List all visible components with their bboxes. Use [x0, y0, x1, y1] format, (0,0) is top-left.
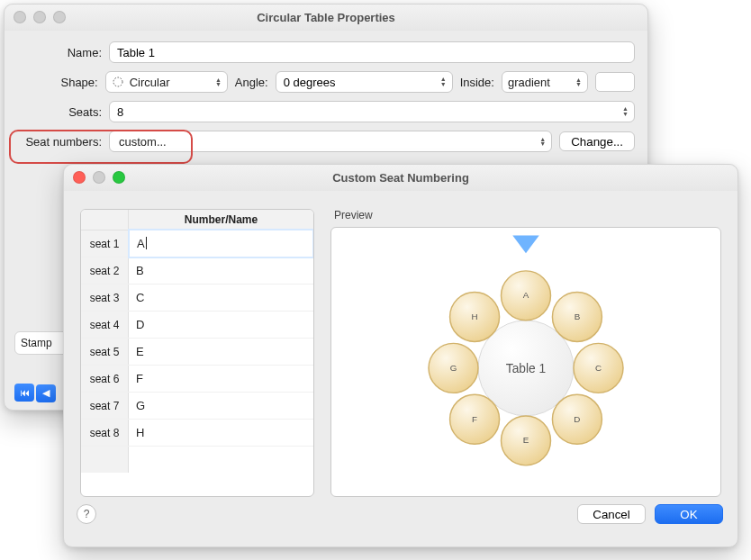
inside-label: Inside:: [460, 76, 494, 89]
seats-stepper[interactable]: ▲▼: [622, 106, 629, 117]
row-value-cell[interactable]: C: [129, 285, 313, 311]
seat-label: E: [523, 435, 529, 445]
angle-stepper[interactable]: ▲▼: [440, 77, 447, 87]
row-value-cell[interactable]: E: [129, 339, 313, 365]
table-preview: Table 1ABCDEFGH: [331, 228, 720, 496]
window-title: Circular Table Properties: [257, 11, 395, 24]
table-row[interactable]: seat 2B: [81, 257, 313, 285]
inside-select[interactable]: gradient ▲▼: [502, 71, 588, 93]
help-button[interactable]: ?: [77, 504, 96, 524]
name-input[interactable]: [115, 41, 629, 63]
row-label: seat 3: [81, 285, 129, 311]
nav-prev-icon[interactable]: ◀: [36, 384, 56, 402]
properties-form: Name: Shape: Circular ▲▼ Angle: ▲▼ Insid…: [5, 31, 647, 171]
inside-value: gradient: [508, 76, 550, 89]
table-row[interactable]: seat 7G: [81, 393, 313, 420]
row-label: seat 8: [81, 420, 129, 446]
preview-label: Preview: [334, 209, 721, 221]
dialog-titlebar[interactable]: Custom Seat Numbering: [64, 165, 737, 191]
row-value-cell[interactable]: A: [129, 230, 313, 257]
chevron-up-down-icon: ▲▼: [539, 137, 546, 146]
seat-label: B: [575, 312, 581, 321]
row-label: seat 6: [81, 366, 129, 392]
custom-seat-numbering-dialog: Custom Seat Numbering Number/Name seat 1…: [63, 164, 738, 547]
seat-label: H: [472, 312, 478, 321]
table-row[interactable]: seat 1A: [81, 230, 313, 257]
seats-field[interactable]: ▲▼: [109, 101, 635, 122]
ok-button[interactable]: OK: [655, 504, 723, 524]
row-value-cell[interactable]: H: [129, 420, 313, 446]
chevron-up-down-icon: ▲▼: [215, 77, 222, 86]
table-header: Number/Name: [81, 210, 313, 230]
table-row[interactable]: seat 8H: [81, 420, 313, 447]
angle-input[interactable]: [282, 71, 437, 93]
close-icon[interactable]: [73, 171, 86, 184]
row-label: seat 5: [81, 339, 129, 365]
preview-panel: Table 1ABCDEFGH: [330, 227, 721, 497]
row-value-cell[interactable]: B: [129, 257, 313, 284]
titlebar[interactable]: Circular Table Properties: [5, 5, 647, 31]
seats-label: Seats:: [17, 105, 102, 119]
seat-label: F: [472, 414, 477, 424]
row-value-cell[interactable]: D: [129, 312, 313, 338]
circle-icon: [112, 76, 124, 88]
row-value-cell[interactable]: F: [129, 366, 313, 392]
traffic-lights: [73, 171, 125, 184]
row-label: seat 2: [81, 257, 129, 284]
table-center-label: Table 1: [506, 362, 546, 375]
direction-arrow-icon: [512, 236, 538, 254]
table-row[interactable]: seat 3C: [81, 285, 313, 312]
seat-label: A: [523, 290, 529, 300]
row-value-cell[interactable]: G: [129, 393, 313, 419]
row-label: seat 1: [81, 230, 129, 257]
minimize-icon[interactable]: [93, 171, 105, 184]
cancel-button[interactable]: Cancel: [577, 504, 646, 524]
angle-field[interactable]: ▲▼: [276, 71, 453, 93]
stamp-button-fragment[interactable]: Stamp: [14, 331, 65, 355]
nav-first-icon[interactable]: ⏮: [14, 384, 34, 402]
table-row: [81, 447, 313, 473]
name-label: Name:: [17, 46, 102, 59]
chevron-up-down-icon: ▲▼: [575, 77, 582, 86]
seats-input[interactable]: [115, 101, 619, 122]
inside-swatch[interactable]: [595, 72, 635, 92]
seat-numbers-select[interactable]: custom... ▲▼: [109, 131, 552, 152]
shape-select[interactable]: Circular ▲▼: [105, 71, 228, 93]
seat-numbers-label: Seat numbers:: [17, 135, 102, 149]
seat-label: D: [574, 414, 580, 424]
dialog-title: Custom Seat Numbering: [332, 171, 469, 185]
table-row[interactable]: seat 4D: [81, 312, 313, 339]
name-field[interactable]: [109, 41, 635, 63]
row-label: seat 4: [81, 312, 129, 338]
zoom-icon[interactable]: [113, 171, 125, 184]
row-label: seat 7: [81, 393, 129, 419]
table-row[interactable]: seat 5E: [81, 339, 313, 366]
nav-buttons-fragment: ⏮ ◀: [14, 384, 54, 402]
zoom-icon[interactable]: [53, 11, 66, 23]
traffic-lights: [14, 11, 66, 23]
shape-label: Shape:: [17, 76, 98, 89]
seat-label: G: [450, 363, 457, 373]
angle-label: Angle:: [235, 76, 268, 89]
close-icon[interactable]: [14, 11, 26, 23]
shape-value: Circular: [130, 76, 170, 89]
table-row[interactable]: seat 6F: [81, 366, 313, 393]
seat-numbers-value: custom...: [115, 135, 167, 149]
change-button[interactable]: Change...: [559, 131, 635, 151]
seat-table[interactable]: Number/Name seat 1Aseat 2Bseat 3Cseat 4D…: [80, 209, 314, 497]
minimize-icon[interactable]: [33, 11, 46, 23]
col-header: Number/Name: [129, 210, 313, 230]
svg-point-0: [113, 77, 122, 86]
seat-label: C: [595, 363, 602, 373]
